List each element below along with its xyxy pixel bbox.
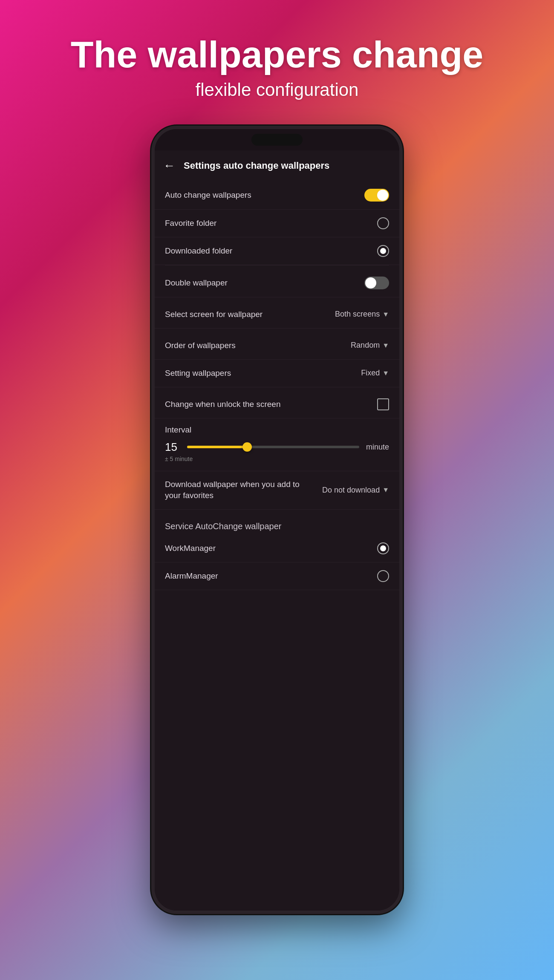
slider-thumb — [242, 442, 252, 452]
service-section-title: Service AutoChange wallpaper — [165, 522, 389, 531]
back-button[interactable]: ← — [163, 159, 175, 173]
interval-label: Interval — [165, 425, 389, 435]
select-screen-setting: Select screen for wallpaper Both screens… — [155, 301, 399, 329]
interval-hint: ± 5 minute — [165, 455, 389, 462]
double-wallpaper-toggle[interactable] — [364, 277, 389, 289]
select-screen-value: Both screens — [335, 310, 380, 319]
auto-change-label: Auto change wallpapers — [165, 190, 364, 200]
change-unlock-checkbox[interactable] — [377, 398, 389, 410]
order-wallpapers-label: Order of wallpapers — [165, 341, 351, 350]
slider-fill — [187, 446, 247, 448]
select-screen-dropdown[interactable]: Both screens ▼ — [335, 310, 389, 319]
change-unlock-label: Change when unlock the screen — [165, 400, 377, 409]
double-wallpaper-setting: Double wallpaper — [155, 269, 399, 297]
downloaded-folder-setting: Downloaded folder — [155, 237, 399, 265]
order-wallpapers-arrow: ▼ — [382, 342, 389, 349]
camera-notch — [251, 134, 303, 146]
alarmmanager-setting: AlarmManager — [155, 562, 399, 590]
favorite-folder-setting: Favorite folder — [155, 210, 399, 237]
toggle-knob — [377, 190, 388, 201]
interval-section: Interval 15 minute ± 5 minute — [155, 418, 399, 471]
workmanager-radio[interactable] — [377, 542, 389, 554]
download-wallpaper-label: Download wallpaper when you add to your … — [165, 479, 317, 502]
favorite-folder-label: Favorite folder — [165, 219, 377, 228]
setting-wallpapers-label: Setting wallpapers — [165, 369, 361, 378]
order-wallpapers-setting: Order of wallpapers Random ▼ — [155, 332, 399, 360]
app-bar-title: Settings auto change wallpapers — [184, 160, 329, 171]
interval-slider[interactable] — [187, 446, 359, 448]
header-section: The wallpapers change flexible configura… — [71, 34, 483, 100]
header-title: The wallpapers change — [71, 34, 483, 75]
setting-wallpapers-setting: Setting wallpapers Fixed ▼ — [155, 360, 399, 387]
interval-unit: minute — [366, 443, 389, 452]
change-unlock-setting: Change when unlock the screen — [155, 391, 399, 418]
workmanager-label: WorkManager — [165, 544, 377, 553]
setting-wallpapers-value: Fixed — [361, 369, 380, 378]
download-wallpaper-dropdown[interactable]: Do not download ▼ — [322, 486, 389, 495]
phone-mockup: ← Settings auto change wallpapers Auto c… — [151, 126, 403, 914]
header-subtitle: flexible configuration — [71, 80, 483, 100]
setting-wallpapers-arrow: ▼ — [382, 369, 389, 377]
interval-value: 15 — [165, 441, 180, 454]
downloaded-folder-radio[interactable] — [377, 245, 389, 257]
app-bar: ← Settings auto change wallpapers — [155, 150, 399, 181]
service-section-header: Service AutoChange wallpaper — [155, 513, 399, 535]
auto-change-setting: Auto change wallpapers — [155, 181, 399, 210]
order-wallpapers-dropdown[interactable]: Random ▼ — [351, 341, 389, 350]
phone-top-bar — [155, 129, 399, 150]
settings-content: Auto change wallpapers Favorite folder D… — [155, 181, 399, 911]
radio-selected-inner — [380, 248, 386, 254]
download-wallpaper-value: Do not download — [322, 486, 380, 495]
double-wallpaper-label: Double wallpaper — [165, 278, 364, 288]
download-wallpaper-setting: Download wallpaper when you add to your … — [155, 471, 399, 510]
downloaded-folder-label: Downloaded folder — [165, 246, 377, 256]
workmanager-setting: WorkManager — [155, 535, 399, 562]
double-wallpaper-knob — [365, 277, 376, 288]
auto-change-toggle[interactable] — [364, 189, 389, 202]
alarmmanager-radio[interactable] — [377, 570, 389, 582]
workmanager-radio-inner — [380, 545, 386, 551]
setting-wallpapers-dropdown[interactable]: Fixed ▼ — [361, 369, 389, 378]
select-screen-arrow: ▼ — [382, 311, 389, 318]
order-wallpapers-value: Random — [351, 341, 380, 350]
alarmmanager-label: AlarmManager — [165, 571, 377, 581]
favorite-folder-radio[interactable] — [377, 217, 389, 229]
interval-row: 15 minute — [165, 441, 389, 454]
select-screen-label: Select screen for wallpaper — [165, 310, 335, 319]
download-wallpaper-arrow: ▼ — [382, 486, 389, 494]
